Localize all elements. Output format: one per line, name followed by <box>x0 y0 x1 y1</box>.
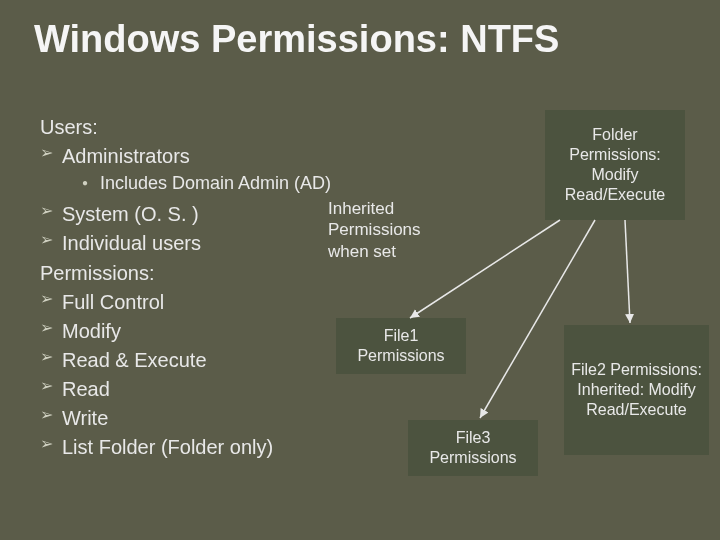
file3-permissions-box: File3 Permissions <box>408 420 538 476</box>
bullet-list-folder: List Folder (Folder only) <box>40 434 440 460</box>
bullet-write: Write <box>40 405 440 431</box>
bullet-read: Read <box>40 376 440 402</box>
svg-line-2 <box>625 220 630 323</box>
bullet-administrators: Administrators <box>40 143 440 169</box>
file1-permissions-box: File1 Permissions <box>336 318 466 374</box>
folder-permissions-text: Folder Permissions: Modify Read/Execute <box>549 125 681 205</box>
bullet-full-control: Full Control <box>40 289 440 315</box>
file2-permissions-box: File2 Permissions: Inherited: Modify Rea… <box>564 325 709 455</box>
file2-permissions-text: File2 Permissions: Inherited: Modify Rea… <box>568 360 705 420</box>
slide-title: Windows Permissions: NTFS <box>34 18 559 61</box>
subbullet-domain-admin: Includes Domain Admin (AD) <box>40 172 440 195</box>
file1-permissions-text: File1 Permissions <box>340 326 462 366</box>
permissions-heading: Permissions: <box>40 260 440 286</box>
slide: Windows Permissions: NTFS Users: Adminis… <box>0 0 720 540</box>
inherited-permissions-label: Inherited Permissions when set <box>328 198 458 262</box>
content-block: Users: Administrators Includes Domain Ad… <box>40 110 440 463</box>
users-heading: Users: <box>40 114 440 140</box>
file3-permissions-text: File3 Permissions <box>412 428 534 468</box>
folder-permissions-box: Folder Permissions: Modify Read/Execute <box>545 110 685 220</box>
